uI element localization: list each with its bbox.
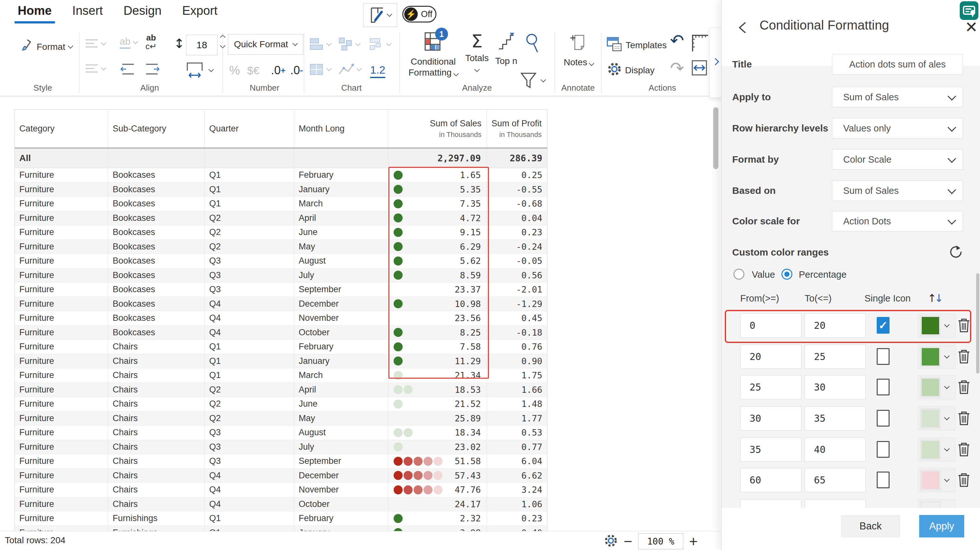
notes-button[interactable]: Notes	[563, 32, 595, 68]
dropdown-color-scale-for[interactable]: Action Dots	[832, 211, 963, 231]
row-height-icon[interactable]: ↕	[174, 36, 185, 51]
table-row[interactable]: FurnitureBookcasesQ1January5.35-0.55	[15, 182, 547, 197]
delete-range-button[interactable]	[957, 379, 970, 396]
horizontal-align-dropdown[interactable]	[85, 63, 105, 74]
range-from-input[interactable]	[740, 314, 801, 338]
table-row[interactable]: FurnitureChairsQ1March21.341.75	[15, 368, 547, 383]
vertical-align-dropdown[interactable]	[85, 38, 105, 49]
range-from-input[interactable]	[740, 437, 801, 461]
single-icon-checkbox[interactable]: ✓	[877, 317, 889, 334]
table-chart-dropdown[interactable]	[310, 63, 331, 76]
templates-button[interactable]: Templates	[606, 36, 667, 54]
top-n-button[interactable]: Top n	[492, 32, 521, 67]
table-row[interactable]: FurnitureFurnishingsQ1February2.320.23	[15, 512, 547, 526]
table-row[interactable]: FurnitureChairsQ1February7.580.76	[15, 340, 547, 354]
back-chevron-button[interactable]	[738, 21, 747, 35]
dropdown-row-hierarchy-levels[interactable]: Values only	[832, 118, 963, 138]
redo-button[interactable]: ↷	[670, 60, 684, 76]
delete-range-button[interactable]	[957, 411, 970, 427]
table-row[interactable]: FurnitureChairsQ1January11.290.90	[15, 354, 547, 369]
resize-ruler-button[interactable]	[690, 33, 709, 53]
table-vertical-scrollbar[interactable]	[712, 106, 720, 529]
back-button[interactable]: Back	[841, 515, 900, 537]
zoom-out-button[interactable]: −	[618, 534, 638, 548]
increase-decimal-button[interactable]: .0+	[271, 63, 285, 77]
table-row[interactable]: FurnitureChairsQ4November47.763.24	[15, 483, 547, 497]
indent-decrease-button[interactable]	[120, 63, 135, 76]
indent-increase-button[interactable]	[145, 63, 160, 76]
title-input[interactable]: Action dots sum of ales	[832, 54, 963, 74]
table-row[interactable]: FurnitureChairsQ2May25.891.77	[15, 412, 547, 426]
delete-range-button[interactable]	[957, 442, 970, 458]
reset-ranges-icon[interactable]	[949, 245, 963, 261]
visual-brand-badge-icon[interactable]	[960, 1, 978, 20]
ribbon-expand-button[interactable]	[710, 28, 722, 98]
zoom-in-button[interactable]: +	[683, 534, 703, 548]
table-row[interactable]: FurnitureBookcasesQ3September23.37-2.01	[15, 282, 547, 297]
table-row[interactable]: FurnitureBookcasesQ3July8.590.56	[15, 268, 547, 283]
single-icon-checkbox[interactable]	[877, 379, 889, 395]
single-icon-checkbox[interactable]	[877, 441, 889, 458]
dropdown-apply-to[interactable]: Sum of Sales	[832, 87, 963, 107]
dropdown-based-on[interactable]: Sum of Sales	[832, 180, 963, 201]
sort-ranges-icon[interactable]: ↑↓	[928, 292, 941, 304]
format-painter-button[interactable]: Format	[19, 38, 72, 55]
table-row[interactable]: FurnitureChairsQ4October24.171.06	[15, 497, 547, 512]
filter-dropdown[interactable]	[519, 71, 545, 90]
delete-range-button[interactable]	[957, 472, 970, 489]
currency-format-button[interactable]: $€	[247, 64, 259, 77]
color-swatch-dropdown[interactable]	[918, 375, 956, 399]
tab-export[interactable]: Export	[182, 4, 218, 25]
table-row[interactable]: FurnitureBookcasesQ4November23.560.45	[15, 311, 547, 326]
scrollbar-thumb[interactable]	[713, 107, 718, 169]
range-to-input[interactable]	[805, 345, 866, 369]
decimal-display-toggle[interactable]: 1.2	[370, 63, 385, 78]
undo-button[interactable]: ↶	[670, 33, 684, 48]
range-to-input[interactable]	[805, 468, 866, 492]
line-chart-dropdown[interactable]	[339, 63, 361, 76]
color-swatch-dropdown[interactable]	[918, 314, 956, 338]
table-row[interactable]: FurnitureChairsQ4December57.436.62	[15, 469, 547, 483]
table-row[interactable]: FurnitureBookcasesQ1February1.650.25	[15, 168, 547, 182]
combo-chart-dropdown[interactable]	[369, 37, 391, 51]
quick-format-dropdown[interactable]: Quick Format	[228, 34, 303, 55]
table-row[interactable]: FurnitureBookcasesQ4December10.98-1.29	[15, 297, 547, 311]
delete-range-button[interactable]	[957, 349, 970, 366]
column-header-month[interactable]: Month Long	[294, 109, 388, 147]
range-from-input[interactable]	[740, 375, 801, 399]
bar-chart-dropdown[interactable]	[310, 37, 331, 51]
radio-percentage[interactable]	[781, 269, 792, 280]
radio-value-label[interactable]: Value	[752, 269, 775, 280]
table-row[interactable]: FurnitureChairsQ2June21.521.48	[15, 397, 547, 412]
range-to-input[interactable]	[805, 437, 866, 461]
edit-mode-button[interactable]	[363, 3, 397, 27]
table-row[interactable]: FurnitureBookcasesQ2April4.720.04	[15, 211, 547, 226]
percent-format-button[interactable]: %	[229, 63, 240, 78]
table-row[interactable]: FurnitureChairsQ3July23.020.77	[15, 440, 547, 455]
decrease-decimal-button[interactable]: .0-	[290, 63, 303, 77]
fit-width-button[interactable]	[691, 60, 707, 76]
table-row[interactable]: FurnitureBookcasesQ3August5.62-0.05	[15, 254, 547, 268]
panel-scrollbar-thumb[interactable]	[976, 273, 979, 374]
color-swatch-dropdown[interactable]	[918, 437, 956, 461]
delete-range-button[interactable]	[957, 318, 970, 334]
range-to-input[interactable]	[805, 314, 866, 338]
single-icon-checkbox[interactable]	[877, 472, 889, 488]
totals-button[interactable]: Σ Totals	[464, 32, 490, 71]
column-header-profit[interactable]: Sum of Profitin Thousands	[487, 109, 547, 147]
zoom-level-value[interactable]: 100 %	[638, 533, 683, 549]
table-row[interactable]: FurnitureBookcasesQ1March7.35-0.68	[15, 197, 547, 211]
apply-button[interactable]: Apply	[919, 515, 964, 537]
column-header-sales[interactable]: Sum of Salesin Thousands	[388, 109, 487, 147]
range-from-input[interactable]	[740, 406, 801, 430]
column-header-sub-category[interactable]: Sub-Category	[108, 109, 205, 147]
font-size-input[interactable]: 18	[186, 35, 218, 55]
table-row[interactable]: FurnitureChairsQ3September51.586.04	[15, 454, 547, 469]
search-button[interactable]	[524, 32, 541, 54]
table-row[interactable]: FurnitureBookcasesQ2June9.150.23	[15, 225, 547, 240]
column-header-category[interactable]: Category	[15, 109, 108, 147]
display-button[interactable]: Display	[607, 62, 655, 79]
tab-design[interactable]: Design	[124, 4, 162, 25]
range-to-input[interactable]	[805, 406, 866, 430]
waterfall-chart-dropdown[interactable]	[339, 37, 360, 51]
